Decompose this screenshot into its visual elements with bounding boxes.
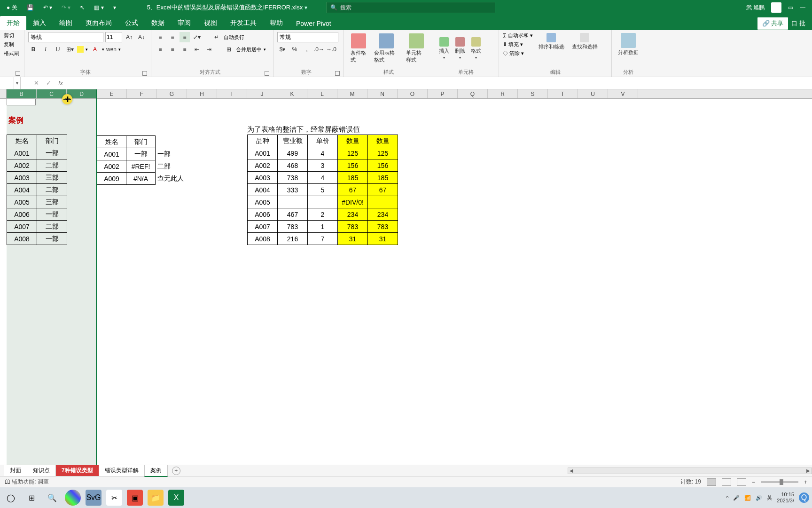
scroll-right-icon[interactable]: ▶ [805, 468, 812, 473]
tab-help[interactable]: 帮助 [263, 16, 289, 30]
clipboard-expand-icon[interactable] [16, 71, 20, 76]
analyze-data-button[interactable]: 分析数据 [616, 32, 641, 57]
t3-cell[interactable]: 125 [368, 147, 398, 159]
t3-cell[interactable]: 4 [308, 147, 338, 159]
col-header[interactable]: Q [458, 89, 488, 98]
merge-center-button[interactable]: ⊞ [224, 44, 234, 55]
t1-cell[interactable]: 二部 [37, 159, 67, 172]
table-format-button[interactable]: 套用表格格式 [371, 32, 401, 64]
ribbon-mode-icon[interactable]: ▭ [788, 4, 793, 11]
start-button[interactable]: ◯ [3, 490, 19, 506]
autosum-button[interactable]: ∑ 自动求和 ▾ [503, 32, 533, 39]
t2-cell[interactable]: A002 [97, 160, 126, 173]
t3-cell[interactable]: 156 [338, 159, 368, 172]
number-format-select[interactable] [277, 32, 338, 42]
t3-cell[interactable]: 1 [308, 221, 338, 233]
ime-icon[interactable]: 英 [767, 494, 772, 501]
horizontal-scrollbar[interactable]: ◀ ▶ [568, 468, 812, 474]
t1-cell[interactable]: A003 [7, 172, 37, 184]
col-header[interactable]: G [157, 89, 187, 98]
indent-decrease-icon[interactable]: ⇤ [192, 44, 202, 55]
t2-cell[interactable]: #REF! [126, 160, 156, 173]
t3-cell[interactable]: 67 [338, 184, 368, 196]
t3-cell[interactable]: A002 [248, 159, 278, 172]
t3-cell[interactable]: A001 [248, 147, 278, 159]
font-name-select[interactable] [28, 32, 103, 42]
autosave-toggle[interactable]: ● 关 [4, 4, 20, 12]
formula-input[interactable] [67, 77, 812, 89]
user-avatar[interactable] [771, 2, 781, 13]
bold-button[interactable]: B [28, 44, 39, 55]
name-box-expand-icon[interactable]: ▾ [14, 77, 21, 89]
t1-cell[interactable]: 二部 [37, 221, 67, 233]
t3-cell[interactable]: 468 [278, 159, 308, 172]
t2-note[interactable]: 二部 [156, 160, 185, 173]
explorer-icon[interactable]: 📁 [148, 490, 164, 506]
delete-cells-button[interactable]: 删除▾ [453, 36, 467, 61]
t3-cell[interactable]: 7 [308, 233, 338, 245]
border-button[interactable]: ⊞▾ [65, 44, 75, 55]
comma-icon[interactable]: , [302, 44, 312, 55]
redo-icon[interactable]: ↷ ▾ [59, 4, 73, 11]
normal-view-button[interactable] [707, 478, 716, 486]
t3-cell[interactable]: 5 [308, 184, 338, 196]
underline-button[interactable]: U [53, 44, 63, 55]
t1-cell[interactable]: A008 [7, 233, 37, 245]
t1-cell[interactable]: A002 [7, 159, 37, 172]
col-header[interactable]: T [548, 89, 578, 98]
t3-cell[interactable]: 31 [338, 233, 368, 245]
decrease-decimal-icon[interactable]: →.0 [326, 44, 336, 55]
t3-cell[interactable]: 2 [308, 208, 338, 221]
t1-cell[interactable]: A006 [7, 208, 37, 221]
increase-decimal-icon[interactable]: .0→ [314, 44, 324, 55]
tab-view[interactable]: 视图 [197, 16, 224, 30]
fill-color-button[interactable] [77, 46, 84, 53]
t3-cell[interactable]: 67 [368, 184, 398, 196]
excel-icon[interactable]: X [168, 490, 184, 506]
col-header[interactable]: L [307, 89, 337, 98]
search-box[interactable]: 🔍 搜索 [326, 2, 495, 13]
t3-cell[interactable]: 738 [278, 172, 308, 184]
italic-button[interactable]: I [40, 44, 51, 55]
t1-cell[interactable]: 三部 [37, 172, 67, 184]
t3-cell[interactable]: 783 [278, 221, 308, 233]
t1-cell[interactable]: A007 [7, 221, 37, 233]
fill-button[interactable]: ⬇ 填充 ▾ [503, 41, 533, 48]
tab-home[interactable]: 开始 [0, 16, 26, 30]
t1-cell[interactable]: A001 [7, 147, 37, 159]
col-header[interactable]: V [608, 89, 638, 98]
tab-insert[interactable]: 插入 [26, 16, 53, 30]
app-icon[interactable]: SvG [86, 490, 102, 506]
align-top-icon[interactable]: ≡ [155, 32, 165, 42]
number-expand-icon[interactable] [335, 71, 340, 76]
minimize-icon[interactable]: — [800, 4, 805, 11]
select-all-corner[interactable] [0, 89, 7, 98]
user-name[interactable]: 武 旭鹏 [746, 4, 765, 12]
t1-cell[interactable]: 一部 [37, 147, 67, 159]
font-color-button[interactable]: A [90, 44, 100, 55]
increase-font-icon[interactable]: A↑ [124, 32, 134, 42]
insert-cells-button[interactable]: 插入▾ [437, 36, 451, 61]
cancel-formula-icon[interactable]: ✕ [30, 79, 42, 87]
cut-button[interactable]: 剪切 [4, 32, 20, 39]
accessibility-status[interactable]: 🕮 辅助功能: 调查 [5, 478, 49, 486]
t3-cell[interactable]: 4 [308, 172, 338, 184]
chrome-icon[interactable] [65, 490, 81, 506]
t2-note[interactable]: 查无此人 [156, 173, 185, 185]
t1-cell[interactable]: A005 [7, 196, 37, 208]
t1-cell[interactable]: 三部 [37, 196, 67, 208]
find-select-button[interactable]: 查找和选择 [570, 32, 600, 57]
sort-filter-button[interactable]: 排序和筛选 [537, 32, 566, 57]
t3-cell[interactable]: 31 [368, 233, 398, 245]
indent-increase-icon[interactable]: ⇥ [204, 44, 214, 55]
sheet-tab[interactable]: 封面 [4, 465, 27, 476]
zoom-out-button[interactable]: − [752, 479, 755, 485]
align-left-icon[interactable]: ≡ [155, 44, 165, 55]
save-icon[interactable]: 💾 [24, 4, 37, 11]
col-header[interactable]: F [127, 89, 157, 98]
t3-cell[interactable] [278, 196, 308, 208]
tab-data[interactable]: 数据 [145, 16, 171, 30]
add-sheet-button[interactable]: + [172, 467, 180, 475]
tray-expand-icon[interactable]: ^ [726, 495, 728, 500]
fx-icon[interactable]: fx [55, 80, 67, 87]
